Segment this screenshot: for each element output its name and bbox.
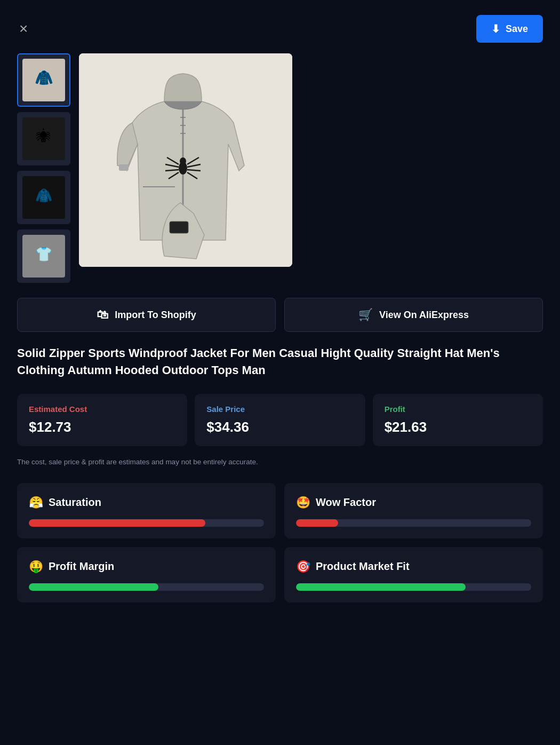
thumbnail-list: 🧥 🕷 🧥 👕 (17, 53, 70, 283)
wow-factor-title: 🤩 Wow Factor (296, 496, 531, 510)
wow-factor-emoji: 🤩 (296, 496, 310, 510)
product-images-section: 🧥 🕷 🧥 👕 (0, 53, 560, 298)
product-market-fit-label: Product Market Fit (316, 560, 410, 573)
svg-point-14 (180, 157, 186, 165)
header: × ⬇ Save (0, 0, 560, 53)
main-product-image (79, 53, 292, 267)
svg-rect-24 (119, 164, 129, 171)
saturation-emoji: 😤 (29, 496, 43, 510)
svg-text:🧥: 🧥 (35, 69, 53, 86)
svg-text:🕷: 🕷 (36, 128, 51, 145)
profit-margin-progress-track (29, 583, 264, 591)
profit-margin-label: Profit Margin (49, 560, 114, 573)
sale-card: Sale Price $34.36 (195, 394, 365, 446)
profit-card: Profit $21.63 (373, 394, 543, 446)
cost-card: Estimated Cost $12.73 (17, 394, 187, 446)
product-market-fit-progress-bar (296, 583, 466, 591)
metrics-grid: 😤 Saturation 🤩 Wow Factor 🤑 Profit Margi… (0, 483, 560, 624)
import-label: Import To Shopify (115, 310, 196, 321)
import-shopify-button[interactable]: 🛍 Import To Shopify (17, 298, 276, 332)
product-market-fit-progress-track (296, 583, 531, 591)
sale-value: $34.36 (206, 419, 353, 435)
price-cards: Estimated Cost $12.73 Sale Price $34.36 … (0, 394, 560, 454)
profit-margin-emoji: 🤑 (29, 560, 43, 574)
saturation-title: 😤 Saturation (29, 496, 264, 510)
product-market-fit-card: 🎯 Product Market Fit (284, 547, 543, 603)
svg-rect-23 (170, 221, 188, 233)
pricing-disclaimer: The cost, sale price & profit are estima… (0, 454, 560, 483)
wow-factor-label: Wow Factor (316, 496, 376, 509)
aliexpress-label: View On AliExpress (379, 310, 469, 321)
sale-label: Sale Price (206, 405, 353, 414)
wow-factor-progress-bar (296, 519, 338, 527)
saturation-progress-track (29, 519, 264, 527)
svg-text:👕: 👕 (35, 245, 53, 263)
aliexpress-icon: 🛒 (358, 308, 373, 322)
save-label: Save (506, 23, 528, 35)
profit-label: Profit (385, 405, 531, 414)
product-title: Solid Zipper Sports Windproof Jacket For… (0, 345, 560, 394)
profit-margin-progress-bar (29, 583, 158, 591)
profit-margin-card: 🤑 Profit Margin (17, 547, 276, 603)
thumbnail-4[interactable]: 👕 (17, 229, 70, 283)
thumbnail-3[interactable]: 🧥 (17, 171, 70, 224)
thumbnail-2[interactable]: 🕷 (17, 112, 70, 165)
profit-value: $21.63 (385, 419, 531, 435)
save-button[interactable]: ⬇ Save (476, 15, 543, 43)
close-button[interactable]: × (17, 19, 30, 38)
saturation-card: 😤 Saturation (17, 483, 276, 538)
cost-label: Estimated Cost (29, 405, 175, 414)
wow-factor-card: 🤩 Wow Factor (284, 483, 543, 538)
view-aliexpress-button[interactable]: 🛒 View On AliExpress (284, 298, 543, 332)
svg-text:🧥: 🧥 (35, 187, 53, 204)
cost-value: $12.73 (29, 419, 175, 435)
product-market-fit-title: 🎯 Product Market Fit (296, 560, 531, 574)
action-buttons: 🛍 Import To Shopify 🛒 View On AliExpress (0, 298, 560, 345)
shopify-icon: 🛍 (97, 308, 108, 322)
saturation-label: Saturation (49, 496, 101, 509)
product-market-fit-emoji: 🎯 (296, 560, 310, 574)
saturation-progress-bar (29, 519, 205, 527)
wow-factor-progress-track (296, 519, 531, 527)
save-icon: ⬇ (491, 22, 500, 35)
thumbnail-1[interactable]: 🧥 (17, 53, 70, 107)
profit-margin-title: 🤑 Profit Margin (29, 560, 264, 574)
